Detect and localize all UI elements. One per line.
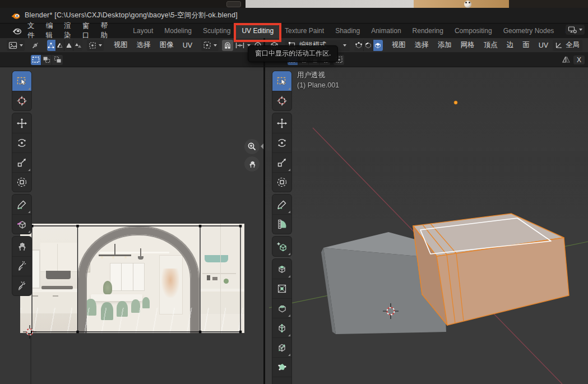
vp-menu-face[interactable]: 面 (518, 39, 534, 51)
uv-tool-cursor[interactable] (12, 91, 31, 110)
tab-animation[interactable]: Animation (365, 24, 406, 38)
background-window-strip (0, 0, 588, 8)
chevron-down-icon (579, 29, 582, 31)
uv-editor-icon (8, 41, 17, 49)
uv-tool-rip-region[interactable] (12, 214, 31, 234)
uv-editor-canvas[interactable] (0, 67, 263, 384)
mirror-x-toggle[interactable]: X (573, 55, 585, 64)
uv-reference-image (20, 224, 244, 333)
uv-menu-uv[interactable]: UV (178, 40, 197, 50)
orange-box-mesh (413, 214, 569, 325)
vp-tool-annotate[interactable] (272, 195, 291, 214)
uv-tool-scale[interactable] (12, 152, 31, 172)
uv-sync-selection-toggle[interactable] (29, 40, 41, 51)
vertex-mode-button[interactable] (354, 40, 364, 51)
orientation-global-icon (554, 41, 563, 49)
vp-menu-uv[interactable]: UV (534, 40, 553, 50)
pivot-point-icon (203, 41, 211, 49)
mirror-symmetry-icon (561, 55, 571, 64)
uv-select-subtract-button[interactable] (52, 55, 63, 65)
vp-menu-view[interactable]: 视图 (387, 39, 410, 51)
vp-tool-select-box[interactable] (272, 71, 291, 91)
viewport-scene (265, 67, 588, 384)
tab-rendering[interactable]: Rendering (407, 24, 449, 38)
uv-select-edge-button[interactable] (56, 40, 65, 51)
orientation-label: 全局 (563, 39, 581, 51)
scene-icon (568, 26, 577, 34)
chevron-down-icon (20, 44, 23, 47)
uv-editor-type-dropdown[interactable] (7, 40, 25, 51)
vp-tool-transform[interactable] (272, 172, 291, 192)
viewport-canvas[interactable]: 用户透视 (1) Plane.001 (265, 67, 588, 384)
transform-orientation-dropdown[interactable]: 全局 (553, 40, 582, 51)
uv-tool-select-box[interactable] (12, 71, 31, 91)
vp-menu-edge[interactable]: 边 (502, 39, 518, 51)
edge-mode-button[interactable] (364, 40, 373, 51)
uv-select-vertex-button[interactable] (47, 40, 56, 51)
uv-snap-toggle[interactable] (222, 40, 233, 51)
uv-tool-pinch[interactable] (12, 276, 31, 295)
uv-tool-relax[interactable] (12, 256, 31, 276)
uv-select-island-button[interactable] (73, 40, 82, 51)
vp-menu-add[interactable]: 添加 (433, 39, 456, 51)
tab-compositing[interactable]: Compositing (449, 24, 498, 38)
vp-tool-spin[interactable] (272, 377, 291, 384)
uv-sticky-selection-dropdown[interactable] (87, 40, 104, 51)
tab-shading[interactable]: Shading (330, 24, 365, 38)
vp-tool-poly-build[interactable] (272, 357, 291, 377)
chevron-down-icon (99, 44, 102, 47)
vp-menu-mesh[interactable]: 网格 (456, 39, 479, 51)
vp-tool-move[interactable] (272, 113, 291, 133)
uv-menu-image[interactable]: 图像 (155, 39, 178, 51)
vp-tool-knife[interactable] (272, 337, 291, 357)
viewport-view-label: 用户透视 (297, 71, 325, 80)
face-mode-button[interactable] (373, 40, 383, 51)
vp-tool-inset-faces[interactable] (272, 279, 291, 298)
tab-uv-editing[interactable]: UV Editing (236, 24, 279, 38)
vp-tool-extrude-region[interactable] (272, 259, 291, 279)
uv-tool-transform[interactable] (12, 172, 31, 192)
uv-tool-move[interactable] (12, 113, 31, 133)
gizmo-collapse-arrow[interactable] (261, 144, 263, 149)
uv-tool-annotate[interactable] (12, 195, 31, 214)
uv-tool-grab[interactable] (12, 237, 31, 256)
blender-menu-icon[interactable] (12, 26, 21, 35)
uv-selection-mode-group (47, 40, 82, 51)
uv-pan-gizmo[interactable] (244, 156, 260, 172)
vp-menu-vertex[interactable]: 顶点 (479, 39, 502, 51)
vp-tool-bevel[interactable] (272, 298, 291, 318)
uv-select-mode-options (31, 55, 63, 65)
tab-geometry-nodes[interactable]: Geometry Nodes (498, 24, 560, 38)
uv-tool-rotate[interactable] (12, 133, 31, 152)
tab-modeling[interactable]: Modeling (159, 24, 197, 38)
uv-menu-view[interactable]: 视图 (109, 39, 132, 51)
pan-hand-icon (248, 160, 257, 169)
vp-tool-scale[interactable] (272, 152, 291, 172)
blender-logo-icon (11, 11, 20, 20)
uv-menu-select[interactable]: 选择 (132, 39, 155, 51)
uv-pivot-dropdown[interactable] (201, 40, 219, 51)
background-icon (226, 1, 241, 7)
uv-zoom-gizmo[interactable] (244, 139, 260, 154)
tab-sculpting[interactable]: Sculpting (197, 24, 236, 38)
viewport-toolbar (272, 71, 291, 384)
vp-tool-cursor[interactable] (272, 91, 291, 110)
vp-menu-select[interactable]: 选择 (410, 39, 433, 51)
tab-texture-paint[interactable]: Texture Paint (279, 24, 330, 38)
uv-select-face-button[interactable] (64, 40, 73, 51)
tooltip-text: 窗口中显示的活动工作区. (255, 49, 331, 57)
top-menu-bar: 文件 编辑 渲染 窗口 帮助 Layout Modeling Sculpting… (0, 24, 588, 38)
chevron-down-icon (343, 44, 346, 47)
uv-tool-settings (0, 53, 263, 67)
vp-tool-measure[interactable] (272, 214, 291, 234)
vp-tool-rotate[interactable] (272, 133, 291, 152)
tab-layout[interactable]: Layout (127, 24, 159, 38)
vp-tool-add-cube[interactable] (272, 237, 291, 256)
window-title: Blender* [C:\Users\CXJ\Desktop\gong\baoy… (25, 11, 238, 20)
scene-selector[interactable] (566, 25, 585, 35)
uv-select-new-button[interactable] (31, 55, 41, 65)
workspace-tabs: Layout Modeling Sculpting UV Editing Tex… (127, 24, 588, 38)
vp-tool-loop-cut[interactable] (272, 318, 291, 337)
workspace-tooltip: 窗口中显示的活动工作区. (248, 45, 338, 62)
uv-select-extend-button[interactable] (41, 55, 52, 65)
